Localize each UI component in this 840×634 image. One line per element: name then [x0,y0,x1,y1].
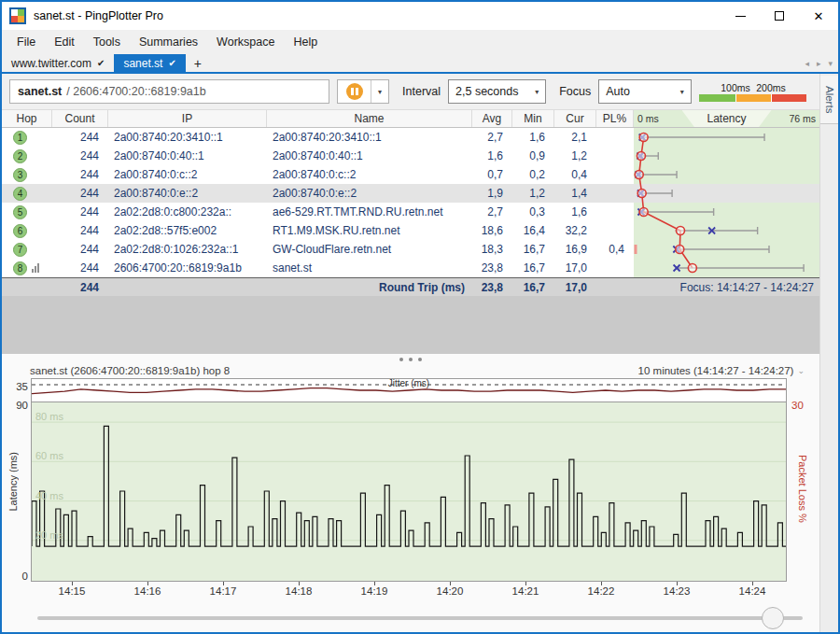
hop-row[interactable]: 4 244 2a00:8740:0:e::2 2a00:8740:0:e::2 … [2,184,819,203]
hop-latency-cell [634,165,819,184]
time-axis: 14:1514:1614:1714:1814:1914:2014:2114:22… [31,584,787,599]
chevron-down-icon: ▾ [535,88,539,96]
time-tick-label: 14:22 [588,585,615,597]
hop-min: 16,7 [512,240,554,259]
latency-timeline-plot[interactable]: 80 ms60 ms40 ms20 ms [31,402,787,582]
pause-dropdown-button[interactable]: ▾ [371,80,388,103]
packet-loss-axis-label: Packet Loss % [797,455,808,523]
col-header-count[interactable]: Count [52,110,108,127]
chevron-down-icon: ▾ [680,88,684,96]
time-tick-label: 14:23 [664,585,691,597]
time-tick-label: 14:17 [210,585,237,597]
hop-min: 0,2 [512,165,554,184]
hop-avg: 2,7 [472,128,512,147]
hop-latency-cell [634,240,819,259]
hop-latency-cell [634,128,819,147]
scrollbar-track[interactable] [37,616,803,620]
close-icon: ✕ [814,9,824,23]
hop-latency-cell [634,203,819,221]
legend-100ms-label: 100ms [721,82,750,93]
round-trip-min: 16,7 [512,278,554,296]
timeline-pane: sanet.st (2606:4700:20::6819:9a1b) hop 8… [2,354,819,632]
check-icon: ✔ [97,58,105,68]
col-header-ip[interactable]: IP [108,110,267,127]
col-header-name[interactable]: Name [267,110,472,127]
hop-name: ae6-529.RT.TMT.RND.RU.retn.net [267,203,472,221]
grid-line-label: 80 ms [35,411,63,422]
hop-cur: 16,9 [554,240,596,259]
hop-row[interactable]: 5 244 2a02:2d8:0:c800:232a:: ae6-529.RT.… [2,203,819,221]
interval-select[interactable]: 2,5 seconds ▾ [448,79,546,104]
latency-axis-min: 0 [7,571,28,582]
hop-pl: 0,4 [596,240,634,259]
hop-number-badge: 3 [13,168,27,182]
hop-row[interactable]: 1 244 2a00:8740:20:3410::1 2a00:8740:20:… [2,128,819,147]
col-header-latency[interactable]: 0 ms Latency 76 ms [634,110,819,127]
hop-row[interactable]: 6 244 2a02:2d8::57f5:e002 RT1.M9.MSK.RU.… [2,221,819,240]
check-icon: ✔ [168,58,175,68]
close-button[interactable]: ✕ [799,2,838,30]
hop-ip: 2a02:2d8:0:1026:232a::1 [108,240,267,259]
hop-count: 244 [52,147,108,165]
menu-tools[interactable]: Tools [84,35,130,49]
hop-latency-cell [634,221,819,240]
pane-splitter-handle[interactable] [2,354,819,365]
col-header-hop[interactable]: Hop [2,110,52,127]
hop-number-badge: 5 [13,205,27,219]
focus-value: Auto [606,85,630,98]
col-header-min[interactable]: Min [512,110,554,127]
time-tick-mark [299,582,300,585]
hop-ip: 2606:4700:20::6819:9a1b [108,259,267,277]
col-header-cur[interactable]: Cur [554,110,596,127]
round-trip-row: 244 Round Trip (ms) 23,8 16,7 17,0 Focus… [2,277,819,296]
tab-scroll-left-icon[interactable]: ◂ [805,59,809,68]
focus-select[interactable]: Auto ▾ [598,79,692,104]
hop-min: 0,9 [512,147,554,165]
new-tab-button[interactable]: + [186,54,210,72]
pause-button[interactable] [338,80,371,103]
trace-control: ▾ [337,79,389,104]
hop-row[interactable]: 7 244 2a02:2d8:0:1026:232a::1 GW-CloudFl… [2,240,819,259]
hop-row[interactable]: 3 244 2a00:8740:0:c::2 2a00:8740:0:c::2 … [2,165,819,184]
interval-value: 2,5 seconds [455,85,518,98]
menu-summaries[interactable]: Summaries [130,35,207,49]
hop-count: 244 [52,165,108,184]
hop-pl [596,203,634,221]
tab-label: www.twitter.com [11,57,91,70]
menu-help[interactable]: Help [284,35,327,49]
focus-label: Focus [559,85,591,98]
tab-www-twitter-com[interactable]: www.twitter.com ✔ [2,54,114,72]
legend-gradient-bar [699,94,806,102]
minimize-button[interactable] [721,2,760,30]
time-tick-mark [450,582,451,585]
hop-pl [596,165,634,184]
hop-row[interactable]: 8 244 2606:4700:20::6819:9a1b sanet.st 2… [2,259,819,277]
target-address: / 2606:4700:20::6819:9a1b [66,85,205,98]
hop-number-badge: 8 [13,261,27,275]
hop-number-badge: 4 [13,187,27,201]
hop-count: 244 [52,203,108,221]
menu-edit[interactable]: Edit [45,35,84,49]
col-header-avg[interactable]: Avg [472,110,512,127]
round-trip-count: 244 [52,278,108,296]
timeline-range-select[interactable]: 10 minutes (14:14:27 - 14:24:27) [638,365,794,376]
target-input[interactable]: sanet.st / 2606:4700:20::6819:9a1b [9,79,329,104]
toolbar: sanet.st / 2606:4700:20::6819:9a1b ▾ Int… [2,74,819,109]
tab-list-dropdown-icon[interactable]: ▾ [828,59,833,68]
menu-file[interactable]: File [7,35,45,49]
hop-count: 244 [52,259,108,277]
hop-pl [596,259,634,277]
maximize-button[interactable] [760,2,799,30]
scrollbar-thumb[interactable] [762,607,784,629]
hop-count: 244 [52,128,108,147]
hop-ip: 2a00:8740:0:40::1 [108,147,267,165]
col-header-pl[interactable]: PL% [596,110,634,127]
hop-row[interactable]: 2 244 2a00:8740:0:40::1 2a00:8740:0:40::… [2,147,819,165]
time-tick-mark [677,582,678,585]
menu-workspace[interactable]: Workspace [207,35,284,49]
timeline-scrollbar[interactable] [9,606,812,630]
tab-scroll-right-icon[interactable]: ▸ [817,59,821,68]
alerts-panel-tab[interactable]: Alerts [820,76,838,124]
hop-name: 2a00:8740:0:c::2 [267,165,472,184]
tab-sanet-st[interactable]: sanet.st ✔ [114,54,185,72]
